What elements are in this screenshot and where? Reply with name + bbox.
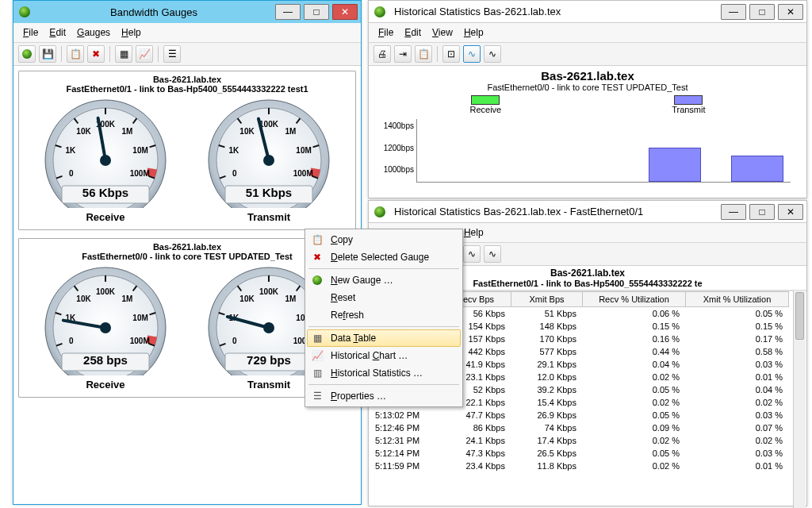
minimize-button[interactable]: — (275, 4, 301, 20)
menu-gauges[interactable]: Gauges (72, 25, 115, 40)
svg-text:0: 0 (232, 169, 237, 178)
gauge-receive[interactable]: 01K10K100K1M10M100M 258 bps (38, 264, 173, 375)
svg-text:100K: 100K (259, 287, 279, 296)
menu-item-icon: ☰ (310, 391, 324, 402)
maximize-button[interactable]: □ (749, 4, 775, 20)
menu-item-icon: ▥ (310, 368, 324, 379)
menu-item-copy[interactable]: 📋Copy (307, 231, 461, 248)
copy-icon[interactable]: 📋 (67, 45, 84, 63)
minimize-button[interactable]: — (721, 4, 746, 20)
maximize-button[interactable]: □ (304, 4, 329, 20)
chart-type-icon[interactable]: ∿ (484, 45, 501, 63)
table-desc: FastEthernet0/1 - link to Bas-Hp5400_555… (473, 279, 702, 288)
gauge-receive[interactable]: 01K10K100K1M10M100M 56 Kbps (38, 97, 173, 208)
scrollbar-thumb[interactable] (795, 292, 804, 340)
menu-view[interactable]: View (427, 25, 458, 40)
gauge-desc: FastEthernet0/1 - link to Bas-Hp5400_555… (24, 84, 350, 94)
data-cell: 47.3 Kbps (440, 447, 511, 460)
menu-separator (308, 268, 459, 269)
chart-title: Bas-2621.lab.tex (377, 69, 799, 83)
titlebar[interactable]: Bandwidth Gauges — □ ✕ (13, 1, 361, 23)
data-cell: 15.4 Kbps (511, 396, 583, 409)
svg-text:10K: 10K (239, 127, 255, 136)
save-icon[interactable]: 💾 (39, 45, 56, 63)
table-icon[interactable]: ▦ (115, 45, 132, 63)
menu-item-label: Copy (331, 234, 353, 245)
menu-edit[interactable]: Edit (400, 25, 426, 40)
scrollbar[interactable] (793, 291, 806, 508)
chart-type-icon[interactable]: ∿ (484, 245, 501, 263)
data-cell: 0.04 % (686, 383, 789, 396)
menu-item-data-table[interactable]: ▦Data Table (307, 329, 461, 347)
menu-item-label: New Gauge … (331, 275, 393, 286)
menu-item-new-gauge[interactable]: New Gauge … (307, 271, 461, 289)
data-cell: 74 Kbps (511, 421, 583, 434)
menu-help[interactable]: Help (117, 25, 146, 40)
chart-icon[interactable]: 📈 (136, 45, 153, 63)
minimize-button[interactable]: — (721, 204, 746, 220)
window-title: Historical Statistics Bas-2621.lab.tex (391, 6, 718, 17)
menu-item-reset[interactable]: Reset (307, 289, 461, 306)
maximize-button[interactable]: □ (749, 204, 775, 220)
svg-text:1M: 1M (285, 294, 297, 303)
delete-icon[interactable]: ✖ (87, 45, 105, 63)
menu-separator (308, 384, 459, 385)
svg-text:100M: 100M (293, 169, 313, 178)
column-header[interactable]: Recv % Utilization (583, 291, 686, 307)
menu-item-properties[interactable]: ☰Properties … (307, 387, 461, 405)
menu-item-historical-statistics[interactable]: ▥Historical Statistics … (307, 364, 461, 382)
time-cell: 5:12:31 PM (369, 434, 440, 447)
menu-help[interactable]: Help (459, 225, 488, 240)
menu-edit[interactable]: Edit (44, 25, 71, 40)
bar-transmit (649, 148, 701, 182)
titlebar[interactable]: Historical Statistics Bas-2621.lab.tex -… (369, 201, 806, 223)
svg-text:100M: 100M (130, 169, 150, 178)
menu-help[interactable]: Help (459, 25, 488, 40)
svg-point-36 (263, 155, 274, 166)
menu-file[interactable]: File (373, 25, 398, 40)
window-title: Bandwidth Gauges (36, 6, 272, 18)
data-cell: 0.02 % (583, 434, 686, 447)
properties-icon[interactable]: ☰ (163, 45, 181, 63)
menu-item-label: Historical Statistics … (331, 368, 423, 379)
data-cell: 0.02 % (583, 396, 686, 409)
menu-item-delete-selected-gauge[interactable]: ✖Delete Selected Gauge (307, 248, 461, 266)
gauge-value: 258 bps (38, 353, 173, 367)
chart-toggle-icon[interactable]: ∿ (463, 45, 481, 63)
column-header[interactable]: Xmit % Utilization (686, 291, 789, 307)
gauge-transmit[interactable]: 01K10K100K1M10M100M 51 Kbps (201, 97, 336, 208)
data-cell: 0.02 % (583, 460, 686, 472)
export-icon[interactable]: ⇥ (394, 45, 412, 63)
print-icon[interactable]: 🖨 (373, 45, 391, 63)
titlebar[interactable]: Historical Statistics Bas-2621.lab.tex —… (369, 1, 806, 23)
data-cell: 148 Kbps (511, 320, 583, 333)
menu-file[interactable]: File (18, 25, 43, 40)
data-cell: 11.8 Kbps (511, 460, 583, 472)
close-button[interactable]: ✕ (778, 4, 803, 20)
menu-item-historical-chart[interactable]: 📈Historical Chart … (307, 347, 461, 364)
y-tick: 1000bps (377, 165, 414, 174)
gauge-group: Bas-2621.lab.tex FastEthernet0/1 - link … (18, 71, 356, 230)
data-cell: 29.1 Kbps (511, 358, 583, 371)
column-header[interactable]: Xmit Bps (511, 291, 583, 307)
menu-item-label: Data Table (331, 333, 376, 344)
zoom-out-icon[interactable]: ⊡ (442, 45, 460, 63)
legend: Receive Transmit (408, 95, 767, 114)
copy-icon[interactable]: 📋 (415, 45, 432, 63)
menu-item-icon: 📈 (310, 350, 324, 361)
data-cell: 86 Kbps (440, 421, 511, 434)
close-button[interactable]: ✕ (778, 204, 803, 220)
gauge-host: Bas-2621.lab.tex (24, 242, 350, 252)
menu-item-icon: ▦ (310, 333, 324, 344)
menu-item-icon (310, 275, 324, 285)
gauge-value: 51 Kbps (201, 186, 336, 199)
svg-text:1M: 1M (285, 127, 297, 136)
menu-item-refresh[interactable]: Refresh (307, 306, 461, 324)
data-cell: 0.15 % (686, 320, 789, 333)
data-cell: 0.05 % (583, 383, 686, 396)
close-button[interactable]: ✕ (332, 4, 358, 20)
chart-toggle-icon[interactable]: ∿ (463, 245, 481, 263)
new-gauge-icon[interactable] (18, 45, 36, 63)
svg-point-17 (100, 155, 111, 166)
data-cell: 23.4 Kbps (440, 460, 511, 472)
